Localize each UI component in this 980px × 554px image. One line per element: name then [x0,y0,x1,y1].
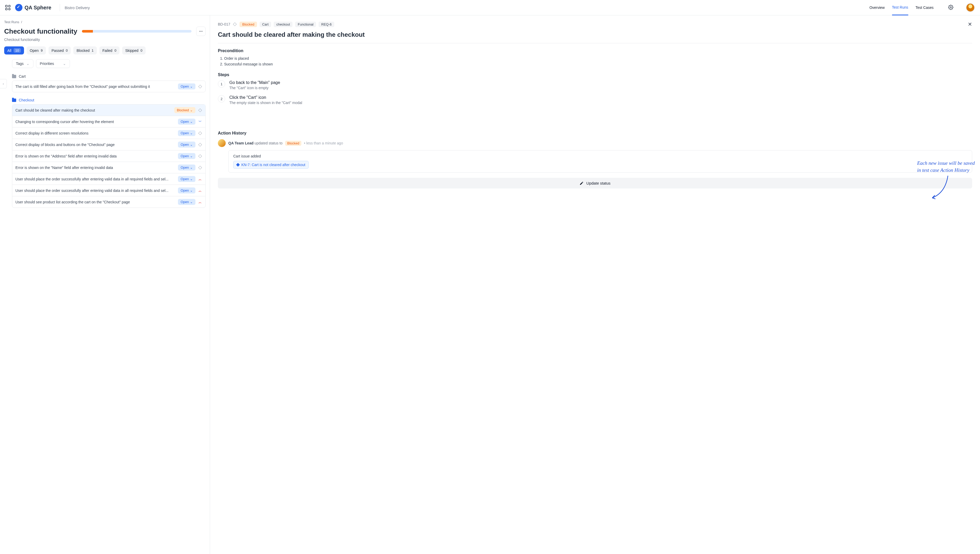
test-case-row[interactable]: Correct display of blocks and buttons on… [12,139,205,150]
status-chip[interactable]: Open ⌄ [178,176,195,182]
test-case-title: Cart should be cleared after making the … [218,31,972,38]
test-case-row[interactable]: User should place the order successfully… [12,185,205,196]
status-chip[interactable]: Open ⌄ [178,119,195,125]
project-name[interactable]: Bistro Delivery [65,5,90,10]
steps-heading: Steps [218,72,972,77]
tag-blocked[interactable]: Blocked [239,22,257,27]
filter-blocked[interactable]: Blocked1 [73,46,97,54]
chevron-down-icon: ⌄ [190,177,193,181]
more-button[interactable]: ⋯ [196,27,206,36]
chevron-down-icon: ⌄ [190,131,193,135]
nav-test-cases[interactable]: Test Cases [916,5,934,15]
priority-low-icon [198,166,202,170]
logo-mark-icon [15,4,22,11]
test-case-row[interactable]: Cart should be cleared after making the … [12,105,205,116]
user-avatar-small [218,139,226,147]
precondition-item: Order is placed [224,56,972,60]
priorities-dropdown[interactable]: Priorities⌄ [36,59,70,68]
status-chip[interactable]: Open ⌄ [178,153,195,159]
apps-icon[interactable] [5,5,10,10]
filter-failed[interactable]: Failed0 [99,46,120,54]
divider [60,4,60,11]
step-number: 2 [218,95,225,102]
status-chip[interactable]: Open ⌄ [178,142,195,148]
close-icon[interactable]: ✕ [968,21,972,27]
status-chip[interactable]: Open ⌄ [178,199,195,205]
action-history-heading: Action History [218,131,972,135]
issue-link[interactable]: KN-7: Cart is not cleared after checkout [233,161,309,169]
filter-open[interactable]: Open9 [27,46,46,54]
status-chip[interactable]: Open ⌄ [178,188,195,193]
app-logo[interactable]: QA Sphere [15,4,51,11]
filter-skipped[interactable]: Skipped0 [122,46,145,54]
chevron-down-icon: ⌄ [190,143,193,146]
filter-passed[interactable]: Passed0 [48,46,71,54]
history-card: Cart issue added KN-7: Cart is not clear… [228,150,972,173]
priority-low-icon [198,154,202,158]
history-time: • less than a minute ago [304,141,343,145]
history-user: QA Team Lead [228,141,253,145]
priority-low-icon [198,108,202,112]
user-avatar[interactable] [966,3,975,12]
step-expected: The "Cart" icon is empty [229,86,280,90]
status-filter-pills: All10 Open9 Passed0 Blocked1 Failed0 Ski… [4,46,210,54]
test-case-row-title: Correct display of blocks and buttons on… [15,143,176,147]
steps-list: 1Go back to the "Main" pageThe "Cart" ic… [218,80,972,105]
priority-med-icon: ︾ [198,119,202,124]
priority-high-icon: ︽ [198,200,202,204]
precondition-heading: Precondition [218,48,972,53]
nav-overview[interactable]: Overview [869,5,884,15]
update-status-button[interactable]: Update status [218,178,972,188]
test-case-row[interactable]: Changing to corresponding cursor after h… [12,116,205,127]
test-case-row[interactable]: User should place the order successfully… [12,174,205,185]
folder-checkout[interactable]: Checkout [12,96,206,104]
tag-checkout[interactable]: checkout [274,22,292,27]
test-case-row[interactable]: Error is shown on the "Address" field af… [12,150,205,162]
breadcrumb[interactable]: Test Runs / [4,20,210,24]
status-chip[interactable]: Open ⌄ [178,164,195,170]
gear-icon[interactable] [948,5,953,11]
test-case-row[interactable]: The cart is still filled after going bac… [12,81,205,92]
tag-req[interactable]: REQ-6 [319,22,334,27]
divider [218,43,972,43]
logo-text: QA Sphere [24,5,51,11]
chevron-down-icon: ⌄ [190,108,193,112]
tag-cart[interactable]: Cart [260,22,271,27]
step-item: 2Click the "Cart" iconThe empty state is… [218,95,972,105]
priority-high-icon: ︽ [198,188,202,193]
nav-test-runs[interactable]: Test Runs [892,5,908,15]
filter-all[interactable]: All10 [4,46,24,54]
status-chip[interactable]: Open ⌄ [178,83,195,89]
status-chip[interactable]: Open ⌄ [178,130,195,136]
run-subtitle: Checkout functionality [4,38,210,42]
test-case-row[interactable]: User should see product list according t… [12,196,205,207]
chevron-down-icon: ⌄ [190,84,193,88]
test-case-row-title: Error is shown on the "Name" field after… [15,166,176,170]
status-chip[interactable]: Blocked ⌄ [174,107,195,113]
folder-cart[interactable]: Cart [12,72,206,81]
expand-handle[interactable]: › [0,79,7,88]
folder-open-icon [12,99,16,102]
test-case-row[interactable]: Correct display in different screen reso… [12,127,205,139]
test-case-row-title: Correct display in different screen reso… [15,131,176,135]
issue-link-text: KN-7: Cart is not cleared after checkout [241,163,305,167]
step-expected: The empty state is shown in the "Cart" m… [229,100,302,105]
issue-icon [236,163,240,167]
test-case-row-title: User should see product list according t… [15,200,176,204]
test-case-row-title: The cart is still filled after going bac… [15,84,176,89]
tag-functional[interactable]: Functional [295,22,316,27]
app-header: QA Sphere Bistro Delivery Overview Test … [0,0,980,15]
checkout-case-list: Cart should be cleared after making the … [12,104,206,208]
step-item: 1Go back to the "Main" pageThe "Cart" ic… [218,80,972,90]
priority-high-icon: ︽ [198,177,202,181]
history-status: Blocked [285,141,302,146]
test-case-row[interactable]: Error is shown on the "Name" field after… [12,162,205,174]
test-case-row-title: Cart should be cleared after making the … [15,108,172,112]
test-case-id: BD-017 [218,22,230,26]
test-case-row-title: User should place the order successfully… [15,177,176,181]
test-case-row-title: Changing to corresponding cursor after h… [15,119,176,124]
action-history: Action History QA Team Lead updated stat… [218,131,972,188]
pencil-icon [579,181,584,185]
chevron-down-icon: ⌄ [190,200,193,204]
tags-dropdown[interactable]: Tags⌄ [12,59,34,68]
